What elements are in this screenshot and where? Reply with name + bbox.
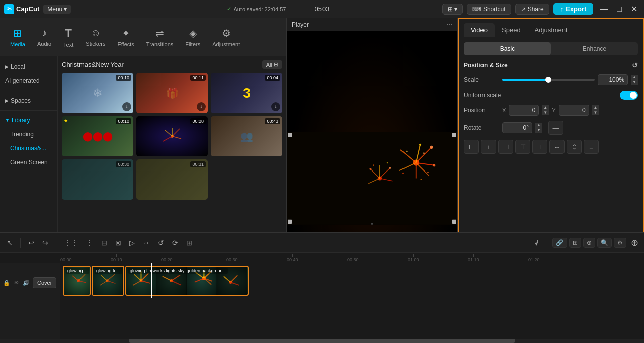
delete-button[interactable]: ⊟	[99, 237, 110, 248]
distribute-v-button[interactable]: ≡	[584, 140, 599, 154]
tab-adjustment[interactable]: Adjustment	[528, 23, 575, 37]
align-center-h-button[interactable]: +	[481, 140, 496, 154]
filters-icon: ◈	[189, 27, 197, 39]
scale-slider[interactable]	[502, 79, 595, 81]
sidebar-item-ai-generated[interactable]: AI generated	[0, 74, 57, 88]
scale-thumb[interactable]	[545, 77, 551, 83]
undo-button[interactable]: ↩	[26, 237, 37, 248]
split-button[interactable]: ⋮⋮	[61, 237, 80, 248]
export-button[interactable]: ↑ Export	[553, 3, 594, 15]
rotate-down-button[interactable]: ▼	[535, 128, 542, 133]
tab-stickers[interactable]: ☺ Stickers	[79, 23, 111, 51]
link-button[interactable]: 🔗	[552, 238, 567, 248]
align-left-button[interactable]: ⊢	[464, 140, 479, 154]
enhance-button[interactable]: Enhance	[551, 42, 638, 55]
distribute-h-button[interactable]: ⇕	[567, 140, 582, 154]
media-item[interactable]: ⬤⬤⬤ ★ 00:10	[62, 116, 133, 156]
tab-transitions[interactable]: ⇌ Transitions	[140, 23, 179, 51]
tab-media[interactable]: ⊞ Media	[4, 23, 31, 51]
media-item[interactable]: 3 00:04 ↓	[211, 73, 282, 113]
maximize-button[interactable]: □	[614, 4, 624, 15]
download-button[interactable]: ↓	[122, 102, 131, 111]
sidebar-item-green-screen[interactable]: Green Screen	[0, 156, 57, 169]
sidebar-item-local[interactable]: ▶ Local	[0, 60, 57, 73]
align-middle-button[interactable]: ↔	[549, 140, 565, 154]
shortcut-button[interactable]: ⌨ Shortcut	[467, 4, 511, 15]
lock-track-button[interactable]: 🔒	[2, 279, 11, 287]
download-button[interactable]: ↓	[271, 102, 280, 111]
media-item[interactable]: 00:30	[62, 159, 133, 200]
download-button[interactable]: ↓	[197, 102, 206, 111]
add-track-button[interactable]: ⊞	[569, 238, 581, 248]
reset-icon[interactable]: ↺	[632, 61, 638, 69]
x-down-button[interactable]: ▼	[542, 110, 549, 115]
clip-3[interactable]: glowing fireworks lights sky. golden bac…	[125, 266, 249, 296]
media-item[interactable]: 00:28	[136, 116, 208, 156]
toolbar-separator	[20, 238, 21, 248]
play-timeline-button[interactable]: ▷	[127, 237, 137, 248]
mute-track-button[interactable]: 🔊	[22, 279, 31, 287]
uniform-scale-toggle[interactable]	[620, 91, 638, 100]
media-item[interactable]: 00:31	[136, 159, 208, 200]
scroll-thumb[interactable]	[129, 339, 515, 343]
tab-text[interactable]: T Text	[57, 23, 79, 52]
more-button[interactable]: ⊞	[184, 237, 195, 248]
tab-audio[interactable]: ♪ Audio	[31, 23, 57, 51]
hide-track-button[interactable]: 👁	[13, 279, 20, 287]
align-center-v-button[interactable]: ⊥	[532, 140, 547, 154]
redo-button[interactable]: ↪	[40, 237, 51, 248]
y-input[interactable]	[559, 105, 589, 116]
rotate-up-button[interactable]: ▲	[535, 123, 542, 128]
settings-button[interactable]: ⚙	[614, 238, 626, 248]
mic-button[interactable]: 🎙	[532, 237, 542, 248]
media-item[interactable]: 🎁 00:11 ↓	[136, 73, 208, 113]
screen-layout-button[interactable]: ⊞ ▾	[442, 4, 463, 15]
media-item[interactable]: 👥 00:43	[211, 116, 282, 156]
menu-button[interactable]: Menu ▾	[43, 5, 71, 14]
tab-filters[interactable]: ◈ Filters	[179, 23, 206, 51]
player-header: Player ⋯	[287, 18, 457, 31]
crop-button[interactable]: ⊠	[113, 237, 124, 248]
basic-button[interactable]: Basic	[464, 42, 551, 55]
split-left-button[interactable]: ⋮	[84, 237, 96, 248]
all-button[interactable]: All ⊟	[262, 60, 282, 69]
mirror-button[interactable]: ↔	[140, 237, 152, 248]
player-menu-icon[interactable]: ⋯	[446, 21, 452, 28]
sidebar-item-spaces[interactable]: ▶ Spaces	[0, 94, 57, 107]
rotate-input[interactable]	[502, 122, 532, 133]
timeline-scrollbar[interactable]	[0, 339, 644, 343]
sidebar-item-christmas[interactable]: Christmas&...	[0, 142, 57, 155]
minimize-button[interactable]: —	[597, 4, 610, 15]
media-item[interactable]: ❄ 00:10 ↓	[62, 73, 133, 113]
y-down-button[interactable]: ▼	[592, 110, 599, 115]
tab-effects[interactable]: ✦ Effects	[111, 23, 140, 51]
tab-adjustment[interactable]: ⚙ Adjustment	[206, 23, 246, 51]
add-clip-button[interactable]: ⊕	[583, 238, 595, 248]
x-input[interactable]	[509, 105, 539, 116]
close-button[interactable]: ✕	[628, 3, 640, 15]
flip-button[interactable]: —	[548, 121, 564, 135]
stabilize-button[interactable]: ⟳	[170, 237, 181, 248]
uniform-scale-row: Uniform scale	[464, 91, 638, 100]
scale-down-button[interactable]: ▼	[631, 80, 638, 85]
clip-1[interactable]: glowing f...	[63, 266, 91, 296]
sidebar-item-trending[interactable]: Trending	[0, 128, 57, 141]
zoom-button[interactable]: 🔍	[597, 238, 612, 248]
thumb-duration: 00:04	[265, 75, 280, 81]
select-tool-button[interactable]: ↖	[4, 237, 15, 248]
share-button[interactable]: ↗ Share	[515, 4, 549, 15]
cover-button[interactable]: Cover	[33, 277, 56, 288]
playhead[interactable]	[151, 263, 152, 298]
rotate-timeline-button[interactable]: ↺	[155, 237, 167, 248]
tab-video[interactable]: Video	[464, 23, 495, 37]
y-up-button[interactable]: ▲	[592, 105, 599, 110]
tab-speed[interactable]: Speed	[495, 23, 528, 37]
scale-up-button[interactable]: ▲	[631, 75, 638, 80]
scale-input[interactable]	[598, 74, 628, 85]
align-right-button[interactable]: ⊣	[498, 140, 513, 154]
align-top-button[interactable]: ⊤	[515, 140, 530, 154]
sidebar-item-library[interactable]: ▼ Library	[0, 114, 57, 127]
x-up-button[interactable]: ▲	[542, 105, 549, 110]
add-button[interactable]: ⊕	[629, 236, 640, 250]
clip-2[interactable]: glowing firew...	[92, 266, 124, 296]
